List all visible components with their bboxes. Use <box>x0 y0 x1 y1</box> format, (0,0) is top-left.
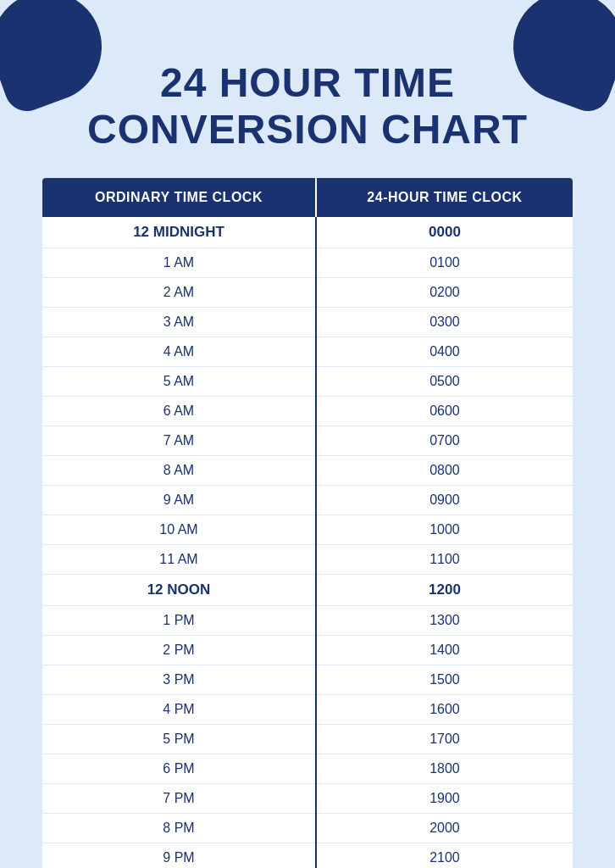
ordinary-time-cell: 2 PM <box>42 636 316 665</box>
ordinary-time-cell: 11 AM <box>42 545 316 575</box>
military-time-cell: 1900 <box>316 784 573 814</box>
military-time-cell: 2000 <box>316 814 573 843</box>
table-row: 10 AM1000 <box>42 515 573 545</box>
ordinary-time-cell: 4 AM <box>42 337 316 367</box>
table-row: 8 PM2000 <box>42 814 573 843</box>
ordinary-time-cell: 1 PM <box>42 606 316 636</box>
table-row: 3 AM0300 <box>42 308 573 337</box>
ordinary-time-cell: 2 AM <box>42 278 316 308</box>
ordinary-time-cell: 7 AM <box>42 426 316 456</box>
table-row: 5 PM1700 <box>42 725 573 754</box>
table-row: 11 AM1100 <box>42 545 573 575</box>
military-time-cell: 1400 <box>316 636 573 665</box>
table-row: 8 AM0800 <box>42 456 573 486</box>
table-row: 4 PM1600 <box>42 695 573 725</box>
military-time-cell: 0800 <box>316 456 573 486</box>
ordinary-time-cell: 10 AM <box>42 515 316 545</box>
table-row: 4 AM0400 <box>42 337 573 367</box>
table-row: 12 MIDNIGHT0000 <box>42 217 573 248</box>
military-time-cell: 1100 <box>316 545 573 575</box>
ordinary-time-cell: 4 PM <box>42 695 316 725</box>
military-time-cell: 0600 <box>316 397 573 426</box>
table-row: 1 AM0100 <box>42 248 573 278</box>
military-time-cell: 1000 <box>316 515 573 545</box>
military-time-cell: 1200 <box>316 575 573 606</box>
table-row: 5 AM0500 <box>42 367 573 397</box>
table-row: 2 AM0200 <box>42 278 573 308</box>
ordinary-time-cell: 12 NOON <box>42 575 316 606</box>
ordinary-time-cell: 5 PM <box>42 725 316 754</box>
table-row: 9 PM2100 <box>42 843 573 868</box>
ordinary-time-cell: 3 AM <box>42 308 316 337</box>
ordinary-time-cell: 8 PM <box>42 814 316 843</box>
military-time-cell: 0500 <box>316 367 573 397</box>
military-time-cell: 1500 <box>316 665 573 695</box>
military-time-cell: 1800 <box>316 754 573 784</box>
military-time-cell: 1300 <box>316 606 573 636</box>
table-row: 7 AM0700 <box>42 426 573 456</box>
military-time-cell: 0400 <box>316 337 573 367</box>
military-time-cell: 0300 <box>316 308 573 337</box>
table-header-row: ORDINARY TIME CLOCK 24-HOUR TIME CLOCK <box>42 178 573 217</box>
ordinary-time-cell: 7 PM <box>42 784 316 814</box>
military-time-cell: 0700 <box>316 426 573 456</box>
table-row: 1 PM1300 <box>42 606 573 636</box>
military-time-cell: 1700 <box>316 725 573 754</box>
ordinary-time-cell: 6 AM <box>42 397 316 426</box>
col2-header: 24-HOUR TIME CLOCK <box>316 178 573 217</box>
military-time-cell: 0200 <box>316 278 573 308</box>
table-row: 6 PM1800 <box>42 754 573 784</box>
military-time-cell: 1600 <box>316 695 573 725</box>
military-time-cell: 2100 <box>316 843 573 868</box>
military-time-cell: 0000 <box>316 217 573 248</box>
table-row: 3 PM1500 <box>42 665 573 695</box>
col1-header: ORDINARY TIME CLOCK <box>42 178 316 217</box>
table-row: 12 NOON1200 <box>42 575 573 606</box>
ordinary-time-cell: 12 MIDNIGHT <box>42 217 316 248</box>
page-title: 24 HOUR TIME CONVERSION CHART <box>87 59 528 153</box>
ordinary-time-cell: 9 AM <box>42 486 316 515</box>
military-time-cell: 0100 <box>316 248 573 278</box>
ordinary-time-cell: 6 PM <box>42 754 316 784</box>
military-time-cell: 0900 <box>316 486 573 515</box>
ordinary-time-cell: 5 AM <box>42 367 316 397</box>
ordinary-time-cell: 9 PM <box>42 843 316 868</box>
page-content: 24 HOUR TIME CONVERSION CHART ORDINARY T… <box>0 0 615 868</box>
ordinary-time-cell: 3 PM <box>42 665 316 695</box>
conversion-table: ORDINARY TIME CLOCK 24-HOUR TIME CLOCK 1… <box>42 178 573 868</box>
ordinary-time-cell: 8 AM <box>42 456 316 486</box>
table-row: 7 PM1900 <box>42 784 573 814</box>
table-row: 9 AM0900 <box>42 486 573 515</box>
table-row: 6 AM0600 <box>42 397 573 426</box>
table-row: 2 PM1400 <box>42 636 573 665</box>
ordinary-time-cell: 1 AM <box>42 248 316 278</box>
